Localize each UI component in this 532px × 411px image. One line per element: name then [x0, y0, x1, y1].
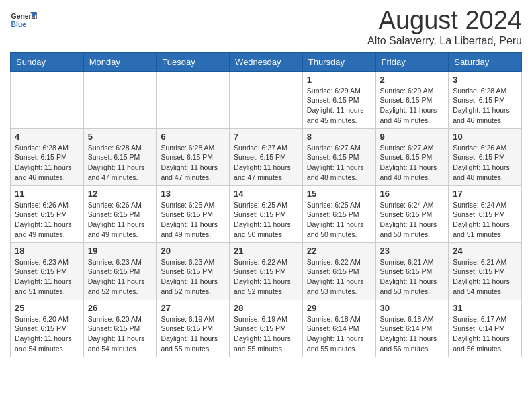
- calendar-week-2: 4Sunrise: 6:28 AMSunset: 6:15 PMDaylight…: [11, 128, 522, 185]
- day-info: Sunrise: 6:24 AMSunset: 6:15 PMDaylight:…: [380, 200, 445, 240]
- calendar-cell: 6Sunrise: 6:28 AMSunset: 6:15 PMDaylight…: [157, 128, 230, 185]
- day-info: Sunrise: 6:26 AMSunset: 6:15 PMDaylight:…: [453, 143, 517, 183]
- calendar-cell: 7Sunrise: 6:27 AMSunset: 6:15 PMDaylight…: [230, 128, 303, 185]
- day-info: Sunrise: 6:20 AMSunset: 6:15 PMDaylight:…: [88, 314, 152, 354]
- calendar-cell: 12Sunrise: 6:26 AMSunset: 6:15 PMDayligh…: [83, 185, 157, 242]
- day-number: 8: [307, 132, 371, 142]
- calendar-cell: 23Sunrise: 6:21 AMSunset: 6:15 PMDayligh…: [375, 242, 449, 300]
- day-info: Sunrise: 6:25 AMSunset: 6:15 PMDaylight:…: [161, 200, 225, 240]
- calendar-cell: 24Sunrise: 6:21 AMSunset: 6:15 PMDayligh…: [449, 242, 522, 300]
- day-info: Sunrise: 6:23 AMSunset: 6:15 PMDaylight:…: [161, 257, 225, 297]
- day-info: Sunrise: 6:18 AMSunset: 6:14 PMDaylight:…: [380, 314, 445, 354]
- day-number: 29: [307, 303, 371, 313]
- calendar-cell: 11Sunrise: 6:26 AMSunset: 6:15 PMDayligh…: [11, 185, 84, 242]
- calendar-cell: 25Sunrise: 6:20 AMSunset: 6:15 PMDayligh…: [11, 300, 84, 357]
- calendar-cell: 21Sunrise: 6:22 AMSunset: 6:15 PMDayligh…: [230, 242, 303, 300]
- calendar-cell: 5Sunrise: 6:28 AMSunset: 6:15 PMDaylight…: [83, 128, 157, 185]
- calendar-week-3: 11Sunrise: 6:26 AMSunset: 6:15 PMDayligh…: [11, 185, 522, 242]
- day-info: Sunrise: 6:25 AMSunset: 6:15 PMDaylight:…: [234, 200, 298, 240]
- logo: General Blue: [10, 7, 40, 34]
- calendar-cell: [157, 71, 230, 128]
- calendar-cell: 18Sunrise: 6:23 AMSunset: 6:15 PMDayligh…: [11, 242, 84, 300]
- day-info: Sunrise: 6:29 AMSunset: 6:15 PMDaylight:…: [307, 86, 371, 126]
- day-info: Sunrise: 6:28 AMSunset: 6:15 PMDaylight:…: [161, 143, 225, 183]
- day-number: 18: [15, 246, 79, 256]
- day-info: Sunrise: 6:26 AMSunset: 6:15 PMDaylight:…: [15, 200, 79, 240]
- day-number: 2: [380, 75, 445, 85]
- day-number: 9: [380, 132, 445, 142]
- calendar-cell: 2Sunrise: 6:29 AMSunset: 6:15 PMDaylight…: [375, 71, 449, 128]
- header: General Blue August 2024 Alto Salaverry,…: [10, 7, 522, 47]
- calendar-week-4: 18Sunrise: 6:23 AMSunset: 6:15 PMDayligh…: [11, 242, 522, 300]
- calendar-cell: 17Sunrise: 6:24 AMSunset: 6:15 PMDayligh…: [449, 185, 522, 242]
- day-number: 1: [307, 75, 371, 85]
- day-number: 31: [453, 303, 517, 313]
- col-wednesday: Wednesday: [230, 52, 303, 71]
- day-info: Sunrise: 6:18 AMSunset: 6:14 PMDaylight:…: [307, 314, 371, 354]
- calendar-cell: 19Sunrise: 6:23 AMSunset: 6:15 PMDayligh…: [83, 242, 157, 300]
- day-number: 23: [380, 246, 445, 256]
- day-number: 15: [307, 189, 371, 199]
- calendar-cell: 4Sunrise: 6:28 AMSunset: 6:15 PMDaylight…: [11, 128, 84, 185]
- day-info: Sunrise: 6:22 AMSunset: 6:15 PMDaylight:…: [234, 257, 298, 297]
- calendar-cell: 28Sunrise: 6:19 AMSunset: 6:15 PMDayligh…: [230, 300, 303, 357]
- day-info: Sunrise: 6:19 AMSunset: 6:15 PMDaylight:…: [234, 314, 298, 354]
- calendar-cell: 16Sunrise: 6:24 AMSunset: 6:15 PMDayligh…: [375, 185, 449, 242]
- day-number: 28: [234, 303, 298, 313]
- day-info: Sunrise: 6:21 AMSunset: 6:15 PMDaylight:…: [380, 257, 445, 297]
- day-number: 5: [88, 132, 152, 142]
- day-info: Sunrise: 6:29 AMSunset: 6:15 PMDaylight:…: [380, 86, 445, 126]
- day-info: Sunrise: 6:17 AMSunset: 6:14 PMDaylight:…: [453, 314, 517, 354]
- col-thursday: Thursday: [302, 52, 375, 71]
- day-number: 20: [161, 246, 225, 256]
- day-number: 13: [161, 189, 225, 199]
- day-number: 6: [161, 132, 225, 142]
- day-number: 19: [88, 246, 152, 256]
- calendar-cell: 31Sunrise: 6:17 AMSunset: 6:14 PMDayligh…: [449, 300, 522, 357]
- day-number: 12: [88, 189, 152, 199]
- day-number: 22: [307, 246, 371, 256]
- day-info: Sunrise: 6:25 AMSunset: 6:15 PMDaylight:…: [307, 200, 371, 240]
- calendar-cell: 22Sunrise: 6:22 AMSunset: 6:15 PMDayligh…: [302, 242, 375, 300]
- day-number: 17: [453, 189, 517, 199]
- day-info: Sunrise: 6:23 AMSunset: 6:15 PMDaylight:…: [88, 257, 152, 297]
- weekday-header-row: Sunday Monday Tuesday Wednesday Thursday…: [11, 52, 522, 71]
- day-info: Sunrise: 6:28 AMSunset: 6:15 PMDaylight:…: [453, 86, 517, 126]
- day-number: 11: [15, 189, 79, 199]
- col-monday: Monday: [83, 52, 157, 71]
- calendar-cell: 9Sunrise: 6:27 AMSunset: 6:15 PMDaylight…: [375, 128, 449, 185]
- day-info: Sunrise: 6:19 AMSunset: 6:15 PMDaylight:…: [161, 314, 225, 354]
- day-info: Sunrise: 6:28 AMSunset: 6:15 PMDaylight:…: [88, 143, 152, 183]
- day-info: Sunrise: 6:23 AMSunset: 6:15 PMDaylight:…: [15, 257, 79, 297]
- calendar-cell: 14Sunrise: 6:25 AMSunset: 6:15 PMDayligh…: [230, 185, 303, 242]
- day-number: 26: [88, 303, 152, 313]
- calendar-cell: 26Sunrise: 6:20 AMSunset: 6:15 PMDayligh…: [83, 300, 157, 357]
- day-info: Sunrise: 6:22 AMSunset: 6:15 PMDaylight:…: [307, 257, 371, 297]
- calendar-cell: 8Sunrise: 6:27 AMSunset: 6:15 PMDaylight…: [302, 128, 375, 185]
- day-info: Sunrise: 6:20 AMSunset: 6:15 PMDaylight:…: [15, 314, 79, 354]
- day-number: 4: [15, 132, 79, 142]
- calendar-cell: 29Sunrise: 6:18 AMSunset: 6:14 PMDayligh…: [302, 300, 375, 357]
- calendar-week-1: 1Sunrise: 6:29 AMSunset: 6:15 PMDaylight…: [11, 71, 522, 128]
- logo-icon: General Blue: [10, 7, 37, 34]
- day-number: 24: [453, 246, 517, 256]
- day-info: Sunrise: 6:27 AMSunset: 6:15 PMDaylight:…: [380, 143, 445, 183]
- day-number: 25: [15, 303, 79, 313]
- calendar-cell: 13Sunrise: 6:25 AMSunset: 6:15 PMDayligh…: [157, 185, 230, 242]
- month-title: August 2024: [367, 7, 522, 35]
- calendar-table: Sunday Monday Tuesday Wednesday Thursday…: [10, 52, 522, 357]
- calendar-cell: 20Sunrise: 6:23 AMSunset: 6:15 PMDayligh…: [157, 242, 230, 300]
- col-saturday: Saturday: [449, 52, 522, 71]
- title-area: August 2024 Alto Salaverry, La Libertad,…: [367, 7, 522, 47]
- col-friday: Friday: [375, 52, 449, 71]
- day-info: Sunrise: 6:28 AMSunset: 6:15 PMDaylight:…: [15, 143, 79, 183]
- page: General Blue August 2024 Alto Salaverry,…: [0, 0, 532, 364]
- col-sunday: Sunday: [11, 52, 84, 71]
- day-number: 7: [234, 132, 298, 142]
- col-tuesday: Tuesday: [157, 52, 230, 71]
- calendar-cell: 30Sunrise: 6:18 AMSunset: 6:14 PMDayligh…: [375, 300, 449, 357]
- calendar-cell: 27Sunrise: 6:19 AMSunset: 6:15 PMDayligh…: [157, 300, 230, 357]
- day-number: 3: [453, 75, 517, 85]
- day-number: 16: [380, 189, 445, 199]
- calendar-cell: [83, 71, 157, 128]
